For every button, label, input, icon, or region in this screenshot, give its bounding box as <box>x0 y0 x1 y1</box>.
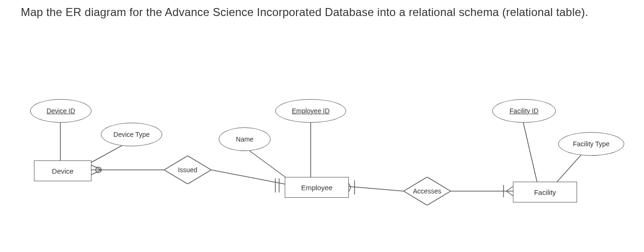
svg-line-11 <box>348 186 404 191</box>
attr-label: Employee ID <box>292 107 330 115</box>
question-prompt: Map the ER diagram for the Advance Scien… <box>21 5 623 20</box>
attr-label: Device ID <box>47 107 75 115</box>
rel-label: Accesses <box>413 187 441 195</box>
svg-line-1 <box>91 144 125 163</box>
attr-label: Device Type <box>114 131 150 138</box>
entity-facility: Facility <box>513 182 577 202</box>
entity-label: Employee <box>301 184 333 192</box>
svg-line-6 <box>211 170 285 184</box>
attr-device-id: Device ID <box>30 99 91 123</box>
entity-label: Device <box>52 167 74 175</box>
attr-facility-type: Facility Type <box>558 132 624 156</box>
rel-issued: Issued <box>164 156 211 184</box>
attr-device-type: Device Type <box>101 123 162 146</box>
svg-line-19 <box>523 123 537 182</box>
svg-line-7 <box>245 147 287 178</box>
connectors <box>21 57 624 245</box>
svg-line-20 <box>556 151 585 183</box>
attr-employee-id: Employee ID <box>275 99 346 123</box>
attr-label: Facility ID <box>510 107 538 115</box>
attr-label: Facility Type <box>573 140 610 148</box>
attr-name: Name <box>219 127 271 151</box>
rel-accesses: Accesses <box>404 177 451 205</box>
attr-facility-id: Facility ID <box>492 99 556 123</box>
svg-line-18 <box>506 191 513 196</box>
rel-label: Issued <box>178 166 197 174</box>
entity-employee: Employee <box>285 177 349 198</box>
attr-label: Name <box>236 135 253 143</box>
er-diagram: Device ID Device Type Name Employee ID F… <box>21 57 624 245</box>
entity-label: Facility <box>534 188 556 196</box>
entity-device: Device <box>34 160 91 181</box>
svg-line-17 <box>506 186 513 191</box>
